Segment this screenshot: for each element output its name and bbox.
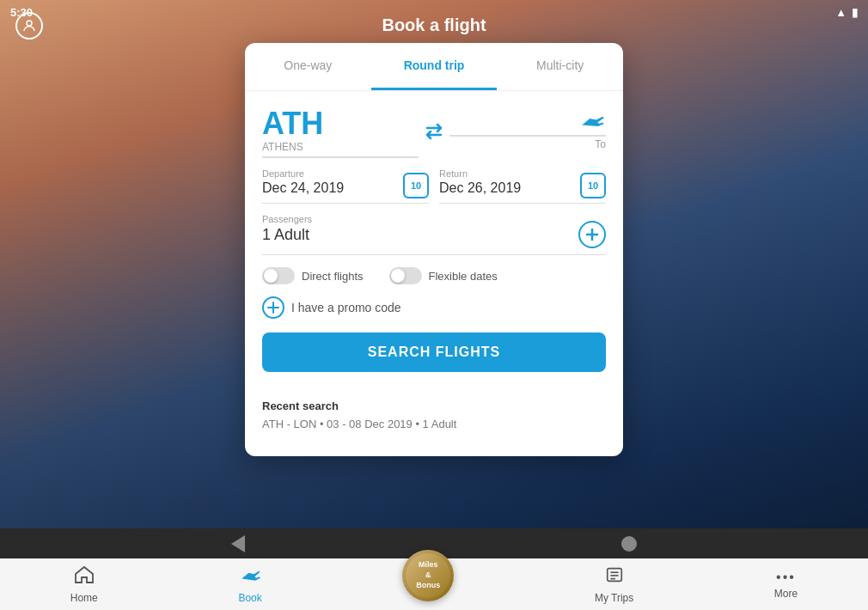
nav-miles-bonus-logo: Miles&Bonus xyxy=(406,553,450,598)
passengers-value: 1 Adult xyxy=(262,226,606,244)
nav-book-label: Book xyxy=(238,592,261,604)
from-to-row: ATH ATHENS To xyxy=(262,105,606,158)
flexible-dates-toggle[interactable] xyxy=(389,267,422,284)
tab-multi-city[interactable]: Multi-city xyxy=(497,43,623,90)
promo-text: I have a promo code xyxy=(291,301,401,314)
nav-home[interactable]: Home xyxy=(70,565,98,604)
nav-more[interactable]: ••• More xyxy=(774,570,798,600)
nav-more-label: More xyxy=(774,588,798,600)
promo-add-icon[interactable] xyxy=(262,296,284,319)
passengers-row[interactable]: Passengers 1 Adult xyxy=(262,214,606,255)
tab-round-trip[interactable]: Round trip xyxy=(371,43,498,90)
more-icon: ••• xyxy=(776,570,796,585)
nav-my-trips-label: My Trips xyxy=(595,592,633,604)
status-time: 5:30 xyxy=(10,6,33,19)
passengers-label: Passengers xyxy=(262,214,606,224)
direct-flights-toggle[interactable] xyxy=(262,267,295,284)
recent-search-item[interactable]: ATH - LON • 03 - 08 Dec 2019 • 1 Adult xyxy=(262,418,606,430)
flexible-dates-toggle-item[interactable]: Flexible dates xyxy=(389,267,498,284)
swap-airports-button[interactable] xyxy=(419,116,449,147)
recent-search-section: Recent search ATH - LON • 03 - 08 Dec 20… xyxy=(245,400,623,430)
departure-date-field[interactable]: Departure Dec 24, 2019 10 xyxy=(262,168,429,204)
my-trips-icon xyxy=(605,565,624,589)
return-date-field[interactable]: Return Dec 26, 2019 10 xyxy=(439,168,606,204)
direct-flights-toggle-item[interactable]: Direct flights xyxy=(262,267,364,284)
from-airport-code: ATH xyxy=(262,108,419,139)
nav-bar: Home Book Miles&Bonus My Trips ••• More xyxy=(0,558,868,610)
sys-home-button[interactable] xyxy=(621,536,637,552)
promo-row[interactable]: I have a promo code xyxy=(262,296,606,319)
flexible-dates-label: Flexible dates xyxy=(429,270,498,283)
sys-back-button[interactable] xyxy=(231,535,245,552)
tab-one-way[interactable]: One-way xyxy=(245,43,371,90)
direct-flights-label: Direct flights xyxy=(302,270,364,283)
status-icons: ▲ ▮ xyxy=(835,6,858,19)
to-field[interactable]: To xyxy=(449,113,606,150)
date-row: Departure Dec 24, 2019 10 Return Dec 26,… xyxy=(262,168,606,204)
status-bar: 5:30 ▲ ▮ xyxy=(0,0,868,24)
from-airport-name: ATHENS xyxy=(262,141,419,153)
wifi-icon: ▲ xyxy=(835,6,847,19)
form-area: ATH ATHENS To xyxy=(245,91,623,400)
from-field[interactable]: ATH ATHENS xyxy=(262,108,419,158)
home-icon xyxy=(74,565,95,589)
toggle-row: Direct flights Flexible dates xyxy=(262,267,606,284)
battery-icon: ▮ xyxy=(852,6,858,19)
nav-my-trips[interactable]: My Trips xyxy=(595,565,633,604)
search-flights-button[interactable]: SEARCH FLIGHTS xyxy=(262,332,606,372)
main-card: One-way Round trip Multi-city ATH ATHENS xyxy=(245,43,623,456)
nav-book[interactable]: Book xyxy=(238,565,261,604)
to-label: To xyxy=(449,138,606,150)
book-icon xyxy=(240,565,260,589)
departure-calendar-icon[interactable]: 10 xyxy=(403,173,429,198)
nav-miles-bonus[interactable]: Miles&Bonus xyxy=(402,550,454,601)
nav-home-label: Home xyxy=(70,592,98,604)
add-passenger-button[interactable] xyxy=(578,221,606,248)
trip-type-tabs: One-way Round trip Multi-city xyxy=(245,43,623,91)
recent-search-title: Recent search xyxy=(262,400,606,412)
return-calendar-icon[interactable]: 10 xyxy=(580,173,606,198)
